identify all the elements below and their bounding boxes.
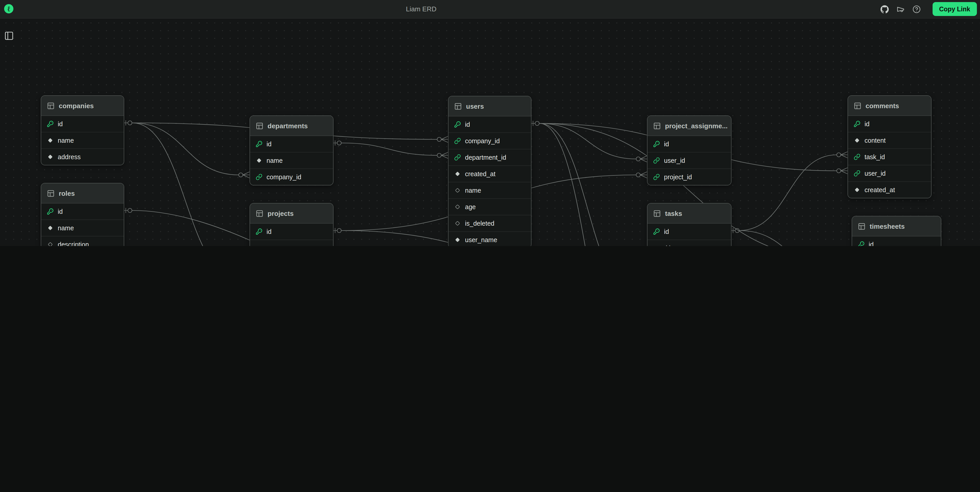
field-row-users-id[interactable]: id <box>449 116 531 132</box>
field-name: name <box>267 157 283 164</box>
field-row-comments-task_id[interactable]: task_id <box>848 148 931 165</box>
field-row-users-created_at[interactable]: created_at <box>449 165 531 182</box>
field-row-departments-name[interactable]: name <box>250 152 333 168</box>
table-node-users[interactable]: usersidcompany_iddepartment_idcreated_at… <box>448 96 531 246</box>
field-name: id <box>58 120 63 127</box>
table-header-projects[interactable]: projects <box>250 203 333 224</box>
field-row-companies-name[interactable]: name <box>41 132 124 148</box>
table-node-timesheets[interactable]: timesheetsiduser_idtask_idstart_timeend_… <box>852 216 941 246</box>
field-row-tasks-title[interactable]: title <box>648 240 731 246</box>
cardinality-zero-circle <box>337 141 341 145</box>
edge-departments.id-users.department_id[interactable] <box>341 143 437 156</box>
field-name: id <box>664 228 669 235</box>
edge-tasks.id-timesheets.task_id[interactable] <box>739 230 841 246</box>
field-row-project_assignments-project_id[interactable]: project_id <box>648 168 731 185</box>
table-header-comments[interactable]: comments <box>848 96 931 116</box>
cardinality-zero-circle <box>239 173 243 177</box>
field-name: task_id <box>864 153 885 160</box>
field-row-timesheets-id[interactable]: id <box>852 236 941 246</box>
primary-key-icon <box>454 121 461 128</box>
field-row-departments-company_id[interactable]: company_id <box>250 168 333 185</box>
table-header-project_assignments[interactable]: project_assignme... <box>648 116 731 136</box>
field-row-comments-id[interactable]: id <box>848 116 931 132</box>
edge-companies.id-projects.company_id[interactable] <box>132 123 239 246</box>
field-row-companies-id[interactable]: id <box>41 116 124 132</box>
primary-key-icon <box>47 208 54 215</box>
nullable-icon <box>47 241 54 246</box>
field-row-projects-id[interactable]: id <box>250 224 333 240</box>
table-title: departments <box>267 122 308 130</box>
field-row-comments-user_id[interactable]: user_id <box>848 165 931 181</box>
liam-logo[interactable]: ℓ <box>4 4 13 13</box>
field-row-roles-description[interactable]: description <box>41 236 124 246</box>
field-name: name <box>267 244 283 246</box>
field-row-roles-name[interactable]: name <box>41 219 124 236</box>
field-row-roles-id[interactable]: id <box>41 203 124 219</box>
megaphone-icon <box>896 5 904 13</box>
table-title: users <box>466 102 484 110</box>
table-node-tasks[interactable]: tasksidtitledescriptionproject_idassigne… <box>647 203 732 246</box>
cardinality-zero-circle <box>636 157 640 161</box>
field-row-users-user_name[interactable]: user_name <box>449 231 531 246</box>
erd-canvas[interactable]: companiesidnameaddressrolesidnamedescrip… <box>0 18 980 246</box>
field-row-comments-created_at[interactable]: created_at <box>848 181 931 198</box>
table-title: companies <box>59 102 94 110</box>
field-row-comments-content[interactable]: content <box>848 132 931 148</box>
not-null-icon <box>653 245 660 246</box>
table-node-departments[interactable]: departmentsidnamecompany_id <box>250 116 334 186</box>
table-node-comments[interactable]: commentsidcontenttask_iduser_idcreated_a… <box>848 95 932 198</box>
field-name: id <box>869 241 873 246</box>
field-name: id <box>267 140 271 148</box>
field-name: company_id <box>465 137 500 144</box>
field-row-companies-address[interactable]: address <box>41 148 124 165</box>
field-row-users-is_deleted[interactable]: is_deleted <box>449 215 531 231</box>
table-node-roles[interactable]: rolesidnamedescription <box>41 183 124 246</box>
copy-link-button[interactable]: Copy Link <box>932 2 977 16</box>
field-name: title <box>664 244 674 246</box>
field-name: id <box>465 121 470 128</box>
panel-left-icon <box>4 31 14 41</box>
cardinality-zero-circle <box>128 208 132 213</box>
announcements-button[interactable] <box>896 5 904 13</box>
table-header-departments[interactable]: departments <box>250 116 333 136</box>
field-name: created_at <box>465 170 495 178</box>
edge-companies.id-departments.company_id[interactable] <box>132 123 239 175</box>
table-header-users[interactable]: users <box>449 96 531 116</box>
github-button[interactable] <box>880 5 888 13</box>
cardinality-many-crowfoot <box>441 136 448 143</box>
field-row-users-company_id[interactable]: company_id <box>449 132 531 149</box>
table-node-companies[interactable]: companiesidnameaddress <box>41 95 124 165</box>
cardinality-many-crowfoot <box>640 156 647 162</box>
sidebar-toggle-button[interactable] <box>3 31 14 41</box>
table-node-projects[interactable]: projectsidnamedescriptioncompany_id <box>250 203 334 246</box>
liam-logo-glyph: ℓ <box>8 5 10 13</box>
table-icon <box>454 102 462 110</box>
field-name: description <box>58 241 89 246</box>
field-row-project_assignments-id[interactable]: id <box>648 136 731 152</box>
edge-roles.id-user_roles.role_id[interactable] <box>132 211 636 246</box>
help-icon <box>912 5 920 13</box>
edge-users.id-user_roles.user_id[interactable] <box>539 124 636 246</box>
field-row-users-age[interactable]: age <box>449 198 531 215</box>
table-title: projects <box>267 209 294 217</box>
field-row-departments-id[interactable]: id <box>250 136 333 152</box>
cardinality-zero-circle <box>837 153 841 157</box>
table-header-tasks[interactable]: tasks <box>648 203 731 224</box>
cardinality-many-crowfoot <box>841 152 848 158</box>
table-header-companies[interactable]: companies <box>41 96 124 116</box>
field-row-project_assignments-user_id[interactable]: user_id <box>648 152 731 168</box>
nullable-icon <box>454 220 461 227</box>
table-header-roles[interactable]: roles <box>41 183 124 203</box>
edge-tasks.id-comments.task_id[interactable] <box>739 155 837 230</box>
field-row-users-name[interactable]: name <box>449 182 531 198</box>
field-row-tasks-id[interactable]: id <box>648 224 731 240</box>
table-node-project_assignments[interactable]: project_assignme...iduser_idproject_id <box>647 116 732 186</box>
table-header-timesheets[interactable]: timesheets <box>852 216 941 236</box>
field-row-users-department_id[interactable]: department_id <box>449 149 531 165</box>
not-null-icon <box>256 157 262 164</box>
table-icon <box>854 102 861 110</box>
field-row-projects-name[interactable]: name <box>250 240 333 246</box>
edge-users.id-tasks.assigned_user_id[interactable] <box>539 124 636 246</box>
field-name: content <box>864 137 886 144</box>
help-button[interactable] <box>912 5 920 13</box>
